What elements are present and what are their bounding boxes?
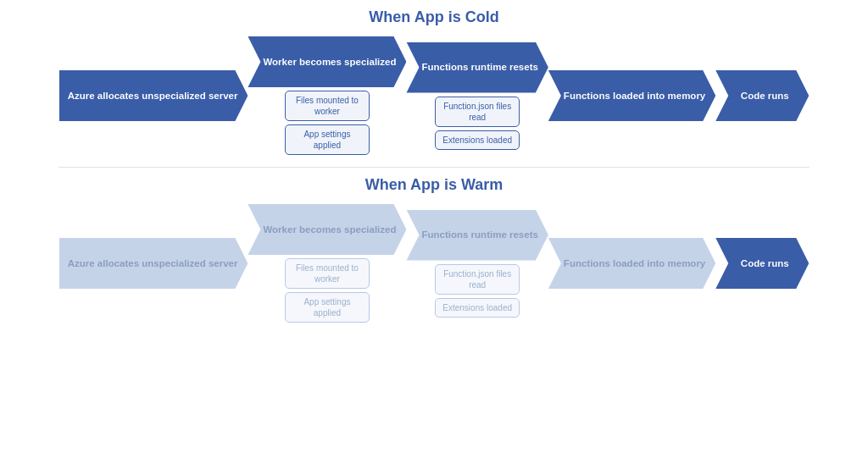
cold-section-title: When App is Cold	[17, 8, 851, 26]
warm-step-label-1: Worker becomes specialized	[263, 224, 396, 236]
warm-section: When App is Warm Azure allocates unspeci…	[17, 176, 851, 323]
warm-sub-box-2-1: Extensions loaded	[435, 298, 520, 318]
cold-step-box-3: Functions loaded into memory	[548, 70, 715, 121]
cold-sub-box-1-0: Files mounted to worker	[285, 91, 370, 121]
warm-sub-box-1-0: Files mounted to worker	[285, 258, 370, 289]
warm-step-0: Azure allocates unspecialized server	[59, 238, 248, 289]
page: When App is Cold Azure allocates unspeci…	[0, 0, 868, 453]
warm-sub-box-1-1: App settings applied	[285, 292, 370, 323]
cold-step-1: Worker becomes specializedFiles mounted …	[248, 36, 406, 155]
cold-step-2: Functions runtime resetsFunction.json fi…	[406, 42, 548, 150]
cold-sub-box-2-1: Extensions loaded	[435, 130, 520, 150]
cold-step-label-1: Worker becomes specialized	[263, 56, 396, 69]
warm-step-4: Code runs	[715, 238, 809, 289]
cold-section: When App is Cold Azure allocates unspeci…	[17, 8, 851, 155]
warm-flow-row: Azure allocates unspecialized serverWork…	[17, 204, 851, 323]
warm-step-label-0: Azure allocates unspecialized server	[68, 257, 238, 270]
section-divider	[58, 167, 810, 168]
warm-step-box-2: Functions runtime resets	[406, 210, 548, 261]
cold-sub-box-2-0: Function.json files read	[435, 97, 520, 127]
cold-step-4: Code runs	[715, 70, 809, 121]
cold-step-label-2: Functions runtime resets	[421, 61, 537, 74]
warm-step-label-2: Functions runtime resets	[421, 229, 537, 241]
warm-step-box-4: Code runs	[715, 238, 809, 289]
cold-step-box-0: Azure allocates unspecialized server	[59, 70, 248, 121]
warm-sub-boxes-2: Function.json files readExtensions loade…	[435, 264, 520, 318]
warm-step-box-0: Azure allocates unspecialized server	[59, 238, 248, 289]
cold-flow-row: Azure allocates unspecialized serverWork…	[17, 36, 851, 155]
warm-step-2: Functions runtime resetsFunction.json fi…	[406, 210, 548, 318]
warm-sub-box-2-0: Function.json files read	[435, 264, 520, 295]
cold-step-box-2: Functions runtime resets	[406, 42, 548, 93]
cold-step-box-1: Worker becomes specialized	[248, 36, 406, 87]
warm-step-box-1: Worker becomes specialized	[248, 204, 406, 255]
cold-sub-boxes-1: Files mounted to workerApp settings appl…	[285, 91, 370, 155]
cold-step-label-3: Functions loaded into memory	[564, 90, 705, 102]
cold-step-box-4: Code runs	[715, 70, 809, 121]
warm-sub-boxes-1: Files mounted to workerApp settings appl…	[285, 258, 370, 323]
warm-step-3: Functions loaded into memory	[548, 238, 715, 289]
cold-step-3: Functions loaded into memory	[548, 70, 715, 121]
warm-section-title: When App is Warm	[17, 176, 851, 194]
cold-step-label-4: Code runs	[741, 90, 789, 102]
warm-step-box-3: Functions loaded into memory	[548, 238, 715, 289]
warm-step-label-4: Code runs	[741, 257, 789, 270]
cold-sub-boxes-2: Function.json files readExtensions loade…	[435, 97, 520, 150]
warm-step-1: Worker becomes specializedFiles mounted …	[248, 204, 406, 323]
warm-step-label-3: Functions loaded into memory	[564, 257, 705, 270]
cold-step-label-0: Azure allocates unspecialized server	[68, 90, 238, 102]
cold-sub-box-1-1: App settings applied	[285, 124, 370, 155]
cold-step-0: Azure allocates unspecialized server	[59, 70, 248, 121]
